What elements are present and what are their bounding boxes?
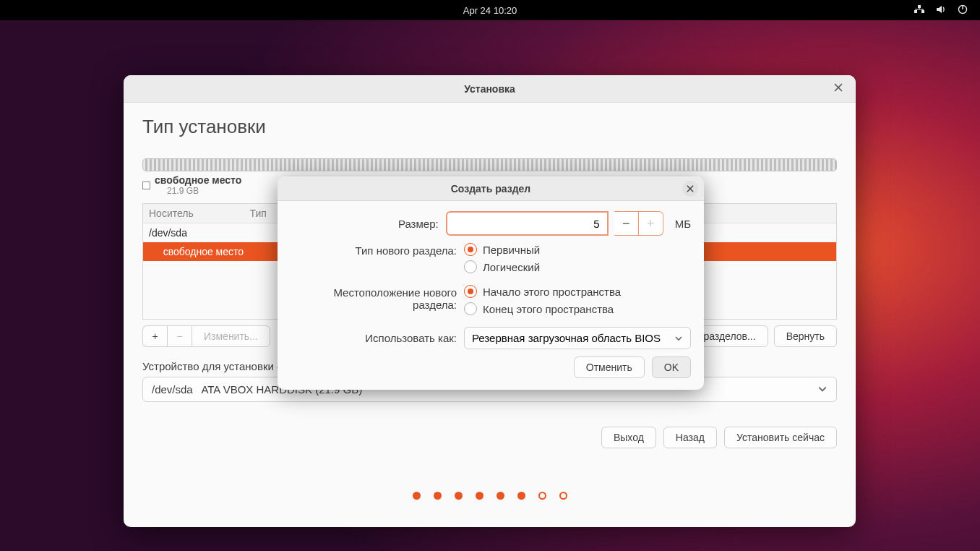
remove-partition-button: −: [167, 325, 192, 347]
progress-dots: [142, 492, 837, 500]
dialog-footer: Отменить OK: [291, 356, 691, 378]
radio-location-begin[interactable]: Начало этого пространства: [464, 285, 621, 298]
free-space-size: 21.9 GB: [167, 186, 241, 196]
size-input[interactable]: [446, 211, 609, 236]
col-device[interactable]: Носитель: [143, 204, 244, 223]
install-button[interactable]: Установить сейчас: [724, 427, 837, 448]
col-type[interactable]: Тип: [244, 204, 273, 223]
size-decrement-button[interactable]: −: [614, 211, 639, 236]
free-space-swatch: [142, 181, 150, 189]
svg-rect-2: [918, 5, 921, 8]
volume-icon[interactable]: [935, 4, 947, 17]
gnome-topbar: Apr 24 10:20: [0, 0, 980, 20]
radio-end-label: Конец этого пространства: [483, 303, 614, 315]
progress-dot: [497, 492, 504, 500]
use-as-value: Резервная загрузочная область BIOS: [472, 332, 661, 344]
chevron-down-icon: [817, 384, 828, 394]
radio-icon: [464, 285, 477, 298]
back-button[interactable]: Назад: [663, 427, 717, 448]
radio-primary-label: Первичный: [483, 244, 540, 256]
network-icon[interactable]: [914, 4, 925, 17]
window-title: Установка: [464, 83, 515, 95]
radio-begin-label: Начало этого пространства: [483, 286, 621, 298]
svg-rect-1: [921, 10, 924, 13]
topbar-datetime[interactable]: Apr 24 10:20: [463, 5, 517, 16]
change-partition-button: Изменить...: [192, 325, 270, 347]
size-label: Размер:: [291, 218, 446, 230]
revert-button[interactable]: Вернуть: [774, 325, 837, 347]
radio-icon: [464, 302, 477, 315]
radio-icon: [464, 243, 477, 256]
window-titlebar: Установка: [124, 75, 856, 103]
use-as-label: Использовать как:: [291, 332, 464, 344]
svg-rect-0: [914, 10, 917, 13]
partition-type-label: Тип нового раздела:: [291, 243, 464, 257]
radio-logical-label: Логический: [483, 261, 540, 273]
footer-buttons: Выход Назад Установить сейчас: [142, 427, 837, 448]
dialog-title: Создать раздел: [451, 183, 531, 195]
chevron-down-icon: [674, 334, 683, 343]
quit-button[interactable]: Выход: [601, 427, 656, 448]
page-title: Тип установки: [142, 116, 837, 138]
progress-dot: [559, 492, 567, 500]
power-icon[interactable]: [957, 4, 968, 17]
radio-location-end[interactable]: Конец этого пространства: [464, 302, 621, 315]
free-space-label: свободное место: [155, 174, 241, 186]
dialog-titlebar: Создать раздел: [278, 176, 704, 201]
progress-dot: [538, 492, 546, 500]
dialog-close-button[interactable]: [682, 181, 698, 197]
progress-dot: [413, 492, 421, 500]
partition-ruler[interactable]: [142, 158, 837, 171]
size-control: − + МБ: [446, 211, 691, 236]
size-increment-button[interactable]: +: [639, 211, 663, 236]
progress-dot: [517, 492, 525, 500]
ok-button[interactable]: OK: [652, 356, 691, 378]
size-unit: МБ: [675, 218, 691, 230]
window-close-icon[interactable]: [834, 82, 847, 95]
create-partition-dialog: Создать раздел Размер: − + МБ Тип нового…: [278, 176, 704, 390]
progress-dot: [455, 492, 463, 500]
use-as-select[interactable]: Резервная загрузочная область BIOS: [464, 327, 691, 349]
progress-dot: [476, 492, 483, 500]
progress-dot: [434, 492, 442, 500]
radio-primary[interactable]: Первичный: [464, 243, 540, 256]
radio-logical[interactable]: Логический: [464, 260, 540, 273]
add-partition-button[interactable]: +: [142, 325, 167, 347]
topbar-tray: [914, 4, 968, 17]
dialog-body: Размер: − + МБ Тип нового раздела: Перви…: [278, 201, 704, 390]
cancel-button[interactable]: Отменить: [574, 356, 645, 378]
svg-rect-4: [962, 5, 963, 9]
radio-icon: [464, 260, 477, 273]
location-label: Местоположение нового раздела:: [291, 285, 464, 311]
